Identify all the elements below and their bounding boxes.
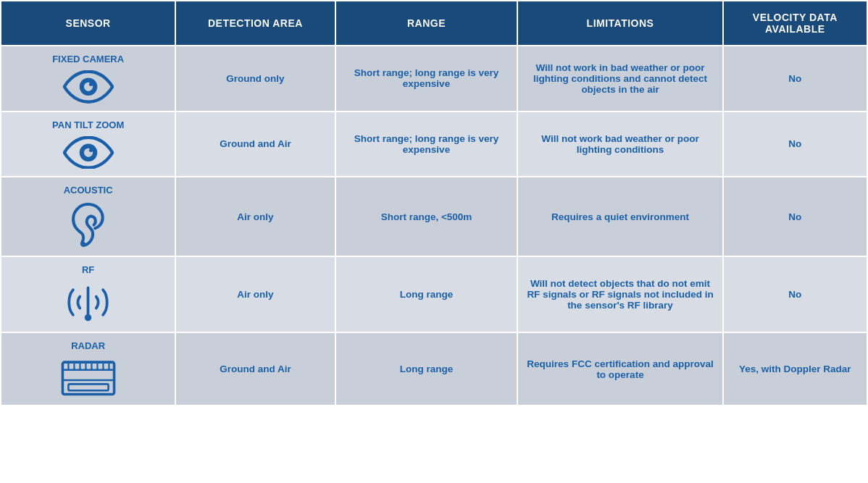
sensor-cell: PAN TILT ZOOM bbox=[1, 112, 175, 177]
sensor-cell: FIXED CAMERA bbox=[1, 46, 175, 112]
sensor-label: PAN TILT ZOOM bbox=[52, 119, 124, 130]
rf-icon bbox=[61, 281, 115, 324]
table-row: PAN TILT ZOOM Ground and AirShort range;… bbox=[1, 112, 867, 177]
velocity-cell: No bbox=[723, 46, 867, 112]
header-velocity: VELOCITY DATA AVAILABLE bbox=[723, 1, 867, 46]
sensor-cell: RF bbox=[1, 256, 175, 332]
eye-icon bbox=[63, 136, 114, 169]
range-cell: Short range, <500m bbox=[335, 177, 518, 256]
sensor-label: RADAR bbox=[71, 340, 105, 351]
svg-point-2 bbox=[89, 83, 93, 86]
header-limitations: LIMITATIONS bbox=[517, 1, 722, 46]
limitations-cell: Will not work in bad weather or poor lig… bbox=[517, 46, 722, 112]
range-cell: Short range; long range is very expensiv… bbox=[335, 46, 518, 112]
detection-cell: Ground and Air bbox=[175, 332, 335, 406]
sensor-cell: RADAR bbox=[1, 332, 175, 406]
radar-icon bbox=[59, 357, 117, 398]
sensor-label: RF bbox=[82, 264, 94, 275]
velocity-cell: No bbox=[723, 112, 867, 177]
svg-point-6 bbox=[81, 242, 86, 247]
svg-point-8 bbox=[85, 314, 91, 321]
eye-icon bbox=[63, 70, 114, 104]
table-row: ACOUSTIC Air onlyShort range, <500mRequi… bbox=[1, 177, 867, 256]
table-row: FIXED CAMERA Ground onlyShort range; lon… bbox=[1, 46, 867, 112]
header-range: RANGE bbox=[335, 1, 518, 46]
velocity-cell: No bbox=[723, 256, 867, 332]
header-detection: DETECTION AREA bbox=[175, 1, 335, 46]
detection-cell: Ground and Air bbox=[175, 112, 335, 177]
detection-cell: Air only bbox=[175, 256, 335, 332]
range-cell: Long range bbox=[335, 332, 518, 406]
range-cell: Long range bbox=[335, 256, 518, 332]
svg-point-5 bbox=[89, 148, 93, 151]
table-row: RF Air onlyLong rangeWill not detect obj… bbox=[1, 256, 867, 332]
sensor-label: ACOUSTIC bbox=[64, 185, 113, 196]
svg-rect-9 bbox=[62, 362, 114, 394]
velocity-cell: No bbox=[723, 177, 867, 256]
limitations-cell: Requires a quiet environment bbox=[517, 177, 722, 256]
sensor-label: FIXED CAMERA bbox=[52, 54, 124, 64]
svg-rect-20 bbox=[68, 384, 108, 390]
detection-cell: Air only bbox=[175, 177, 335, 256]
range-cell: Short range; long range is very expensiv… bbox=[335, 112, 518, 177]
table-row: RADAR Ground and AirLong rangeRequires F… bbox=[1, 332, 867, 406]
sensor-cell: ACOUSTIC bbox=[1, 177, 175, 256]
limitations-cell: Requires FCC certification and approval … bbox=[517, 332, 722, 406]
limitations-cell: Will not work bad weather or poor lighti… bbox=[517, 112, 722, 177]
velocity-cell: Yes, with Doppler Radar bbox=[723, 332, 867, 406]
limitations-cell: Will not detect objects that do not emit… bbox=[517, 256, 722, 332]
header-sensor: SENSOR bbox=[1, 1, 175, 46]
detection-cell: Ground only bbox=[175, 46, 335, 112]
ear-icon bbox=[70, 201, 106, 248]
